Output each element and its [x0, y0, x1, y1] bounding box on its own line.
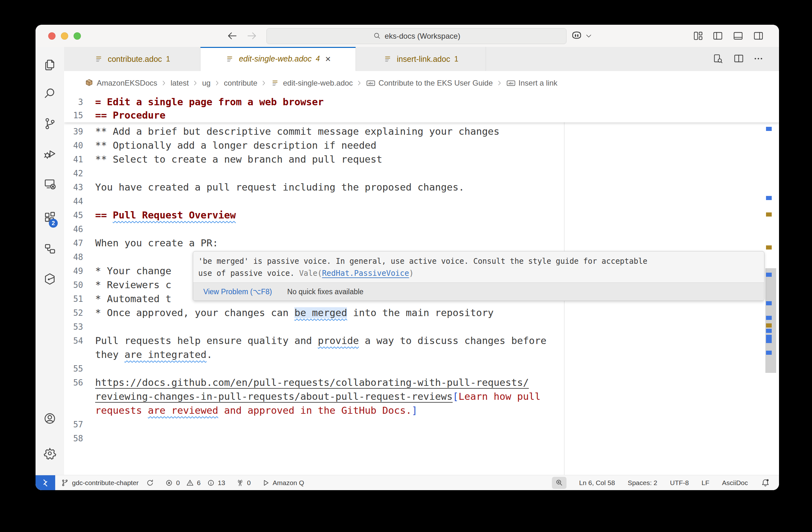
line-content: ** Add a brief but descriptive commit me… [95, 124, 499, 138]
line-number: 44 [64, 194, 83, 208]
remote-icon [41, 478, 50, 488]
activity-account-icon[interactable] [43, 412, 56, 425]
line-content: https://docs.github.com/en/pull-requests… [95, 376, 529, 390]
activity-run-debug-icon[interactable] [43, 147, 56, 160]
code-line-58[interactable]: 58 [64, 431, 779, 445]
breadcrumb: AmazonEKSDocslatestugcontributeedit-sing… [64, 71, 779, 95]
toggle-secondary-sidebar-icon[interactable] [753, 30, 764, 41]
navigate-back-icon[interactable] [227, 30, 238, 42]
breadcrumb-label: AmazonEKSDocs [97, 79, 157, 88]
tab-insert-link.adoc[interactable]: insert-link.adoc1 [356, 47, 486, 71]
status-indentation[interactable]: Spaces: 2 [628, 479, 657, 487]
line-content: ** Select to create a new branch and pul… [95, 152, 382, 166]
tab-label: insert-link.adoc [397, 55, 450, 64]
breadcrumb-item[interactable]: abcInsert a link [506, 78, 557, 88]
code-line-wrap[interactable]: requests are reviewed and approved in th… [64, 403, 779, 417]
activity-settings-gear-icon[interactable] [43, 447, 56, 460]
play-icon [262, 479, 270, 487]
activity-bar: 2 [35, 47, 64, 475]
more-actions-icon[interactable] [753, 53, 764, 64]
code-line-53[interactable]: 53 [64, 320, 779, 334]
command-center-search[interactable]: eks-docs (Workspace) [266, 28, 566, 44]
close-window-button[interactable] [48, 32, 56, 40]
zoom-window-button[interactable] [74, 32, 81, 40]
customize-layout-icon[interactable] [693, 30, 704, 41]
status-eol[interactable]: LF [701, 479, 710, 487]
open-preview-icon[interactable] [713, 53, 724, 64]
minimize-window-button[interactable] [61, 32, 68, 40]
code-line-56[interactable]: 56https://docs.github.com/en/pull-reques… [64, 376, 779, 390]
tab-contribute.adoc[interactable]: contribute.adoc1 [64, 47, 201, 71]
activity-aws-toolkit-icon[interactable] [43, 272, 56, 286]
sync-icon[interactable] [146, 479, 154, 487]
activity-explorer-icon[interactable] [43, 58, 56, 72]
zoom-indicator[interactable] [552, 477, 566, 489]
code-line-15[interactable]: 15== Procedure [64, 109, 779, 122]
branch-status-item[interactable]: gdc-contribute-chapter [61, 479, 154, 487]
breadcrumb-item[interactable]: ug [202, 79, 211, 88]
line-content: * Reviewers c [95, 278, 171, 292]
code-line-40[interactable]: 40** Optionally add a longer description… [64, 138, 779, 152]
ports-status-item[interactable]: 0 [236, 479, 251, 487]
status-encoding[interactable]: UTF-8 [670, 479, 689, 487]
notifications-bell-icon[interactable] [760, 478, 770, 488]
chevron-down-icon[interactable] [585, 32, 593, 40]
breadcrumb-item[interactable]: contribute [224, 79, 257, 88]
code-line-wrap[interactable]: they are integrated. [64, 348, 779, 362]
activity-search-icon[interactable] [43, 87, 56, 100]
overview-ruler [765, 95, 776, 475]
no-quick-fixes-label: No quick fixes available [287, 287, 363, 296]
toggle-panel-icon[interactable] [733, 30, 743, 41]
code-line-55[interactable]: 55 [64, 362, 779, 376]
tab-edit-single-web.adoc[interactable]: edit-single-web.adoc4× [201, 47, 356, 71]
code-segment: You have created a pull request includin… [95, 182, 464, 193]
breadcrumb-label: Insert a link [519, 79, 557, 88]
remote-indicator[interactable] [35, 475, 55, 490]
code-line-wrap[interactable]: reviewing-changes-in-pull-requests/about… [64, 390, 779, 403]
vale-rule-link[interactable]: RedHat.PassiveVoice [322, 269, 409, 278]
overview-info-marker [766, 273, 772, 277]
code-line-41[interactable]: 41** Select to create a new branch and p… [64, 152, 779, 166]
activity-source-control-icon[interactable] [43, 117, 56, 130]
code-segment: https://docs.github.com/en/pull-requests… [95, 377, 529, 388]
copilot-icon[interactable] [570, 29, 583, 42]
package-icon [84, 78, 94, 88]
code-segment: * Your change [95, 265, 171, 277]
breadcrumb-item[interactable]: edit-single-web.adoc [271, 78, 353, 88]
code-segment: ** Select to create a new branch and pul… [95, 154, 382, 165]
view-problem-button[interactable]: View Problem (⌥F8) [203, 287, 272, 296]
breadcrumb-item[interactable]: abcContribute to the EKS User Guide [366, 78, 493, 88]
overview-info-marker [766, 351, 772, 355]
code-line-47[interactable]: 47When you create a PR: [64, 236, 779, 250]
code-line-52[interactable]: 52* Once approved, your changes can be m… [64, 306, 779, 320]
activity-flow-boxes-icon[interactable] [43, 242, 56, 255]
overview-info-marker [766, 335, 772, 343]
editor[interactable]: 39** Add a brief but descriptive commit … [64, 95, 779, 475]
code-line-39[interactable]: 39** Add a brief but descriptive commit … [64, 124, 779, 138]
code-line-42[interactable]: 42 [64, 166, 779, 180]
code-line-44[interactable]: 44 [64, 194, 779, 208]
code-line-57[interactable]: 57 [64, 417, 779, 431]
code-line-43[interactable]: 43You have created a pull request includ… [64, 180, 779, 194]
activity-remote-explorer-icon[interactable] [43, 177, 56, 191]
amazon-q-status-item[interactable]: Amazon Q [262, 479, 304, 487]
scrollbar-slider[interactable] [765, 268, 776, 373]
status-cursor-position[interactable]: Ln 6, Col 58 [579, 479, 615, 487]
line-number: 3 [64, 95, 83, 109]
code-line-3[interactable]: 3= Edit a single page from a web browser [64, 95, 779, 109]
toggle-primary-sidebar-icon[interactable] [712, 30, 723, 41]
line-number: 51 [64, 292, 83, 306]
split-editor-icon[interactable] [733, 53, 744, 64]
status-language-mode[interactable]: AsciiDoc [722, 479, 748, 487]
breadcrumb-item[interactable]: AmazonEKSDocs [84, 78, 157, 88]
code-line-54[interactable]: 54Pull requests help ensure quality and … [64, 334, 779, 348]
breadcrumb-item[interactable]: latest [171, 79, 189, 88]
problems-status-item[interactable]: 0 6 13 [165, 479, 225, 487]
code-line-46[interactable]: 46 [64, 222, 779, 236]
close-tab-icon[interactable]: × [325, 54, 331, 64]
navigate-forward-icon[interactable] [246, 30, 258, 42]
zoom-in-icon [555, 479, 563, 487]
line-number: 50 [64, 278, 83, 292]
code-line-45[interactable]: 45== Pull Request Overview [64, 208, 779, 222]
svg-text:abc: abc [508, 82, 513, 85]
